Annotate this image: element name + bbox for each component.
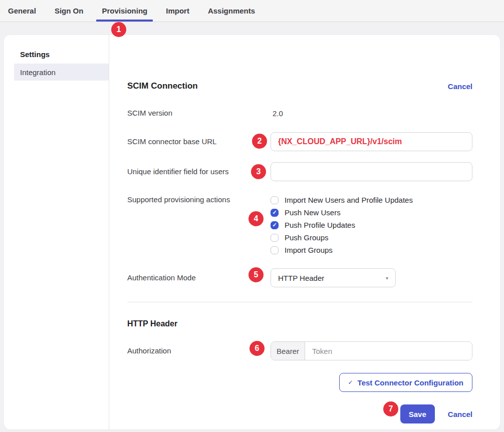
provisioning-action-checkbox-3[interactable] <box>271 234 279 242</box>
check-icon: ✓ <box>348 379 353 386</box>
annotation-badge-4: 4 <box>248 211 264 226</box>
sidebar-item-integration[interactable]: Integration <box>14 64 109 81</box>
provisioning-action-label: Push Profile Updates <box>285 221 355 229</box>
provisioning-action-checkbox-1[interactable] <box>271 209 279 217</box>
annotation-badge-3: 3 <box>251 164 266 179</box>
scim-version-label: SCIM version <box>127 109 271 118</box>
app-tabbar: General Sign On Provisioning Import Assi… <box>0 0 504 22</box>
provisioning-action-checkbox-2[interactable] <box>271 221 279 229</box>
scim-connection-panel: SCIM Connection Cancel SCIM version 2.0 … <box>109 35 500 429</box>
cancel-link-bottom[interactable]: Cancel <box>448 410 472 418</box>
section-divider <box>127 302 472 302</box>
sidebar-heading: Settings <box>20 50 109 59</box>
provisioning-action-checkbox-0[interactable] <box>271 196 279 204</box>
provisioning-action-row[interactable]: Push New Users <box>271 208 413 217</box>
auth-mode-selected-value: HTTP Header <box>278 274 324 282</box>
provisioning-actions-label: Supported provisioning actions <box>127 195 271 204</box>
page-title: SCIM Connection <box>127 81 198 91</box>
token-input[interactable] <box>305 342 472 360</box>
annotation-badge-7: 7 <box>383 401 398 416</box>
provisioning-action-label: Import New Users and Profile Updates <box>285 196 413 204</box>
annotation-badge-1: 1 <box>111 22 126 37</box>
provisioning-card: Settings Integration SCIM Connection Can… <box>4 35 500 429</box>
annotation-badge-2: 2 <box>252 134 267 149</box>
tab-provisioning[interactable]: Provisioning <box>102 0 147 22</box>
provisioning-action-row[interactable]: Push Profile Updates <box>271 221 413 229</box>
bearer-prefix: Bearer <box>271 342 305 360</box>
tab-general[interactable]: General <box>8 0 36 22</box>
chevron-down-icon: ▾ <box>386 275 388 281</box>
scim-version-value: 2.0 <box>271 109 283 118</box>
tab-assignments[interactable]: Assignments <box>208 0 255 22</box>
tab-import[interactable]: Import <box>166 0 189 22</box>
authorization-input-group: Bearer <box>271 341 472 360</box>
tab-sign-on[interactable]: Sign On <box>55 0 84 22</box>
base-url-input[interactable] <box>271 132 472 151</box>
test-connector-configuration-label: Test Connector Configuration <box>358 378 463 387</box>
base-url-label: SCIM connector base URL <box>127 137 271 146</box>
auth-mode-select[interactable]: HTTP Header ▾ <box>271 268 396 287</box>
provisioning-action-label: Push New Users <box>285 208 341 217</box>
annotation-badge-6: 6 <box>249 341 265 356</box>
provisioning-action-checkbox-4[interactable] <box>271 246 279 254</box>
unique-id-label: Unique identifier field for users <box>127 167 271 176</box>
provisioning-action-row[interactable]: Import New Users and Profile Updates <box>271 196 413 204</box>
annotation-badge-5: 5 <box>248 267 264 282</box>
provisioning-action-row[interactable]: Import Groups <box>271 246 413 254</box>
save-button[interactable]: Save <box>400 404 435 423</box>
http-header-heading: HTTP Header <box>127 319 472 328</box>
settings-sidebar: Settings Integration <box>4 35 109 429</box>
provisioning-action-label: Push Groups <box>285 233 329 242</box>
test-connector-configuration-button[interactable]: ✓ Test Connector Configuration <box>339 373 472 392</box>
provisioning-action-label: Import Groups <box>285 246 333 254</box>
provisioning-action-row[interactable]: Push Groups <box>271 233 413 242</box>
provisioning-actions-group: Import New Users and Profile Updates Pus… <box>271 195 413 254</box>
unique-id-input[interactable] <box>271 162 472 181</box>
cancel-link-top[interactable]: Cancel <box>448 82 472 91</box>
